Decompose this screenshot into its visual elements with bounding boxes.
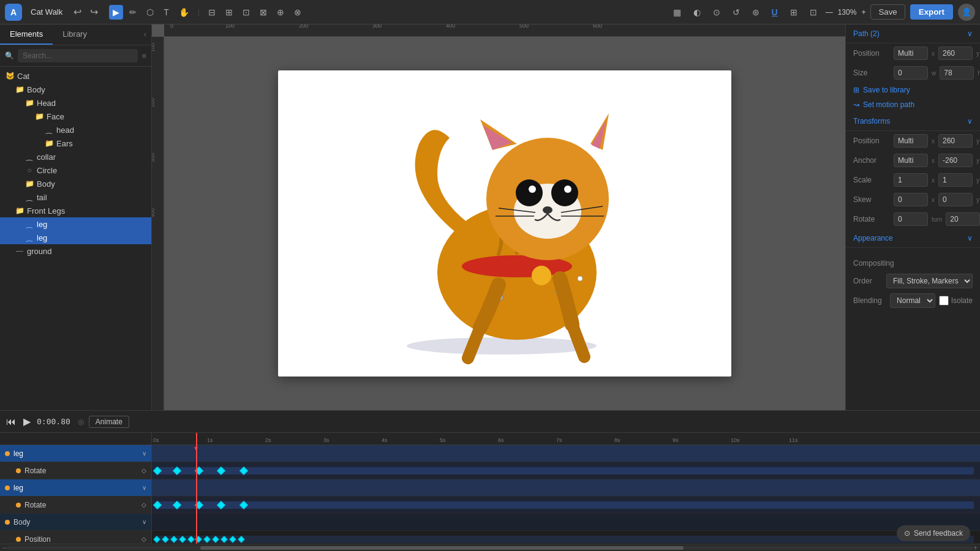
pen-tool[interactable]: ✏	[126, 5, 140, 20]
timeline-tracks[interactable]: 0s 1s 2s 3s 4s 5s 6s 7s 8s 9s 10s 11s ▼	[152, 433, 980, 544]
transforms-title: Transforms	[853, 117, 890, 126]
leg2-rotate-track[interactable]	[152, 497, 980, 514]
play-btn[interactable]: ▶	[22, 414, 32, 429]
tree-item-head-bone[interactable]: ⁔ head	[0, 123, 151, 137]
position-x-input[interactable]	[894, 47, 928, 60]
isolate-checkbox-group[interactable]: Isolate	[939, 296, 973, 305]
transform-pos-y[interactable]	[938, 134, 973, 148]
zoom-control[interactable]: 130%	[838, 8, 857, 17]
scroll-thumb[interactable]	[200, 546, 684, 550]
tab-library[interactable]: Library	[53, 24, 97, 45]
distribute-tool[interactable]: ⊞	[222, 5, 236, 20]
tree-item-cat[interactable]: 🐱 Cat	[0, 69, 151, 83]
transform-pos-x[interactable]	[894, 134, 928, 148]
anchor-y[interactable]	[938, 154, 973, 167]
canvas-bg[interactable]	[278, 70, 731, 377]
tl-expand2[interactable]: ∨	[142, 484, 146, 491]
tree-item-leg2[interactable]: ⁔ leg	[0, 231, 151, 244]
set-motion-path-btn[interactable]: ↝ Set motion path	[846, 97, 980, 112]
leg2-label: leg	[37, 233, 146, 242]
order-select[interactable]: Fill, Stroke, Markers	[886, 274, 973, 288]
timeline-scrollbar[interactable]: − +	[0, 544, 980, 551]
select-tool[interactable]: ▶	[109, 5, 123, 20]
leg1-rotate-track[interactable]	[152, 462, 980, 479]
scroll-plus[interactable]: +	[973, 544, 978, 552]
tm-1s: 1s	[207, 437, 213, 443]
tl-leg2-header[interactable]: leg ∨	[0, 479, 151, 497]
animate-btn[interactable]: Animate	[89, 416, 129, 428]
export-button[interactable]: Export	[910, 4, 953, 20]
undo-button[interactable]: ↩	[71, 4, 84, 20]
fit-tool[interactable]: ⊡	[239, 5, 254, 20]
transforms-section-header[interactable]: Transforms ∨	[846, 112, 980, 131]
underline-tool[interactable]: U	[768, 5, 782, 20]
save-to-library-btn[interactable]: ⊞ Save to library	[846, 83, 980, 97]
bone-tool[interactable]: ⊕	[273, 5, 288, 20]
scroll-minus[interactable]: −	[2, 544, 7, 552]
wrap-tool[interactable]: ⊗	[290, 5, 305, 20]
tree-item-ground[interactable]: — ground	[0, 244, 151, 258]
tree-item-tail[interactable]: ⁔ tail	[0, 190, 151, 204]
skew-x[interactable]	[894, 193, 928, 206]
circle-shape-icon: ○	[24, 165, 34, 175]
text-tool[interactable]: T	[160, 5, 173, 20]
collapse-panel-btn[interactable]: ‹	[139, 24, 151, 45]
fit-canvas[interactable]: ⊡	[806, 5, 821, 20]
tree-item-circle[interactable]: ○ Circle	[0, 163, 151, 177]
skew-y[interactable]	[938, 193, 973, 206]
list-view-toggle[interactable]: ≡	[141, 51, 146, 61]
tl-expand3[interactable]: ∨	[142, 519, 146, 525]
redo-button[interactable]: ↪	[88, 4, 100, 20]
head-folder-icon: 📁	[24, 98, 34, 108]
tree-item-ears-folder[interactable]: 📁 Ears	[0, 137, 151, 150]
tree-item-leg1[interactable]: ⁔ leg	[0, 217, 151, 231]
view-tool4[interactable]: ⊛	[748, 5, 763, 20]
path-section-header[interactable]: Path (2) ∨	[846, 24, 980, 43]
tree-item-body-shape[interactable]: 📁 Body	[0, 177, 151, 190]
tl-leg1-header[interactable]: leg ∨	[0, 445, 151, 462]
size-h-input[interactable]	[940, 66, 974, 80]
canvas-area[interactable]: 0 100 200 300 400 500 600 100 200 300 40…	[152, 24, 845, 410]
tl-body-header[interactable]: Body ∨	[0, 514, 151, 531]
tree-item-face-folder[interactable]: 📁 Face	[0, 110, 151, 123]
grid-tool[interactable]: ▦	[669, 5, 685, 20]
leg2-track-header-row[interactable]	[152, 479, 980, 497]
scale-y[interactable]	[938, 173, 973, 187]
size-w-input[interactable]	[894, 66, 928, 80]
save-button[interactable]: Save	[870, 4, 905, 20]
scroll-track[interactable]	[7, 546, 973, 550]
leg1-track-header-row[interactable]	[152, 445, 980, 462]
search-bar: 🔍 ≡	[0, 45, 151, 67]
tree-item-collar[interactable]: ⁔ collar	[0, 150, 151, 163]
body-position-track[interactable]	[152, 531, 980, 544]
view-tool2[interactable]: ⊙	[709, 5, 724, 20]
tl-expand1[interactable]: ∨	[142, 450, 146, 457]
align-tool[interactable]: ⊟	[205, 5, 219, 20]
anchor-x[interactable]	[894, 154, 928, 167]
tl-pos-dot	[16, 537, 21, 542]
tree-item-body-folder[interactable]: 📁 Body	[0, 83, 151, 96]
search-input[interactable]	[18, 49, 138, 62]
position-y-input[interactable]	[938, 47, 973, 60]
feedback-btn[interactable]: ⊙ Send feedback	[897, 525, 970, 541]
fill-tool[interactable]: ⬡	[143, 5, 157, 20]
view-tool1[interactable]: ◐	[690, 5, 704, 20]
view-tool3[interactable]: ↺	[729, 5, 744, 20]
tree-item-head-folder[interactable]: 📁 Head	[0, 96, 151, 110]
crop-tool[interactable]: ⊠	[256, 5, 271, 20]
canvas-viewport[interactable]	[164, 37, 845, 410]
tab-elements[interactable]: Elements	[0, 24, 53, 45]
appearance-section-header[interactable]: Appearance ∨	[846, 229, 980, 248]
tl-body-label: Body	[13, 518, 138, 527]
layout-tool[interactable]: ⊞	[786, 5, 801, 20]
scale-x[interactable]	[894, 173, 928, 187]
hand-tool[interactable]: ✋	[175, 5, 193, 20]
skip-start-btn[interactable]: ⏮	[5, 415, 17, 429]
rotate-turn[interactable]	[894, 212, 928, 226]
color-swatch[interactable]	[939, 296, 949, 305]
user-avatar[interactable]: 👤	[958, 4, 975, 21]
blend-select[interactable]: Normal	[890, 293, 935, 308]
tree-item-front-legs[interactable]: 📁 Front Legs	[0, 204, 151, 217]
rotate-deg[interactable]	[946, 212, 980, 226]
body-track-header-row[interactable]	[152, 514, 980, 531]
